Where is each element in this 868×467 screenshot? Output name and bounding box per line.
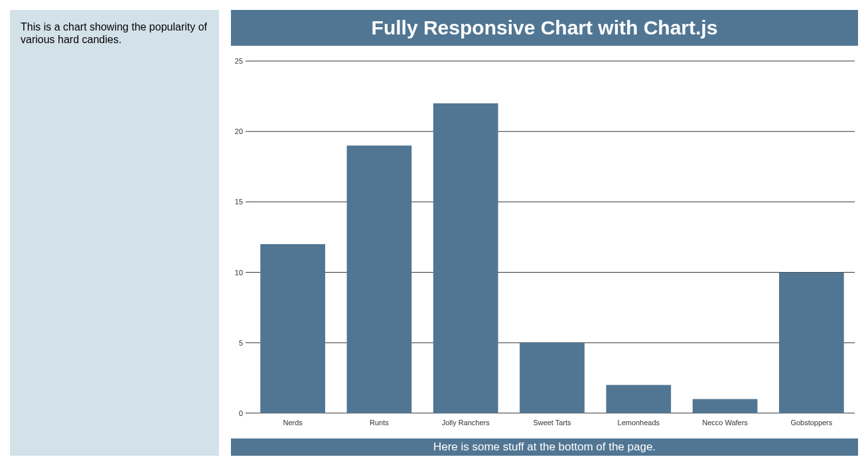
sidebar: This is a chart showing the popularity o… [10, 10, 219, 456]
y-tick-label: 25 [235, 58, 243, 65]
y-tick-label: 20 [235, 127, 243, 135]
y-tick-label: 10 [235, 268, 243, 276]
y-tick-label: 15 [235, 198, 243, 206]
y-tick-label: 0 [239, 409, 243, 417]
main-content: Fully Responsive Chart with Chart.js 051… [231, 10, 858, 456]
chart-container: 0510152025NerdsRuntsJolly RanchersSweet … [231, 46, 858, 438]
x-tick-label: Runts [370, 419, 389, 427]
bar-jolly-ranchers[interactable] [433, 103, 498, 413]
bar-sweet-tarts[interactable] [520, 343, 585, 413]
bar-chart: 0510152025NerdsRuntsJolly RanchersSweet … [231, 58, 858, 432]
x-tick-label: Sweet Tarts [533, 419, 571, 427]
footer-text: Here is some stuff at the bottom of the … [231, 438, 858, 456]
bar-nerds[interactable] [260, 244, 325, 413]
x-tick-label: Lemonheads [618, 419, 660, 427]
x-tick-label: Nerds [283, 419, 303, 427]
x-tick-label: Gobstoppers [790, 419, 832, 427]
page-title: Fully Responsive Chart with Chart.js [231, 10, 858, 46]
y-tick-label: 5 [239, 339, 243, 347]
bar-necco-wafers[interactable] [693, 399, 758, 413]
x-tick-label: Jolly Ranchers [442, 419, 490, 427]
bar-gobstoppers[interactable] [779, 272, 844, 413]
bar-runts[interactable] [347, 145, 412, 413]
bar-lemonheads[interactable] [606, 385, 671, 413]
x-tick-label: Necco Wafers [702, 419, 748, 427]
sidebar-description: This is a chart showing the popularity o… [21, 21, 208, 46]
